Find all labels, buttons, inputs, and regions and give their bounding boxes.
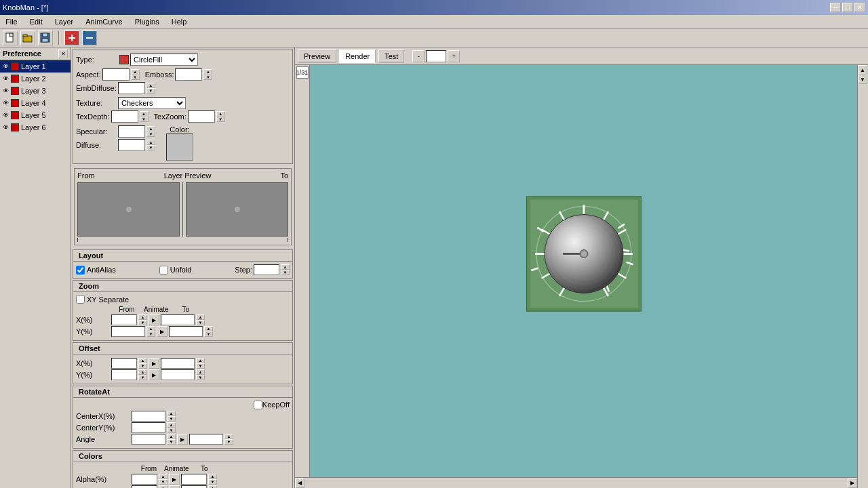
frame-value-input[interactable]: 1/1 bbox=[426, 50, 446, 62]
offset-y-from-up[interactable]: ▲ bbox=[138, 369, 147, 375]
scrollbar-right-btn[interactable]: ▶ bbox=[848, 479, 857, 488]
centerx-up[interactable]: ▲ bbox=[167, 411, 176, 416]
angle-to-up[interactable]: ▲ bbox=[224, 434, 233, 439]
tab-render[interactable]: Render bbox=[339, 49, 376, 63]
save-button[interactable] bbox=[38, 30, 53, 45]
texzoom-spin-up[interactable]: ▲ bbox=[216, 111, 225, 117]
offset-y-anim-down[interactable]: ▼ bbox=[196, 375, 205, 380]
angle-from-input[interactable]: 0.00 bbox=[132, 434, 165, 445]
zoom-y-to[interactable]: 100.00 bbox=[169, 326, 203, 337]
alpha-to-up[interactable]: ▲ bbox=[208, 474, 217, 479]
step-spin-down[interactable]: ▼ bbox=[281, 270, 290, 275]
antialias-checkbox[interactable] bbox=[76, 266, 85, 274]
layer-item-5[interactable]: 👁 Layer 5 bbox=[0, 109, 71, 121]
embdiffuse-spin-down[interactable]: ▼ bbox=[146, 88, 155, 94]
alpha-to[interactable]: 100 bbox=[181, 474, 207, 485]
brightness-from-up[interactable]: ▲ bbox=[159, 485, 167, 488]
step-input[interactable]: 0 bbox=[254, 264, 279, 275]
offset-x-from[interactable]: -27 bbox=[111, 358, 137, 369]
angle-up[interactable]: ▲ bbox=[167, 434, 176, 439]
zoom-y-to-down[interactable]: ▼ bbox=[204, 331, 213, 337]
alpha-from-down[interactable]: ▼ bbox=[159, 479, 167, 485]
layer-item-3[interactable]: 👁 Layer 3 bbox=[0, 85, 71, 97]
canvas-scrollbar-horizontal[interactable]: ◀ ▶ bbox=[295, 477, 857, 488]
menu-edit[interactable]: Edit bbox=[27, 16, 45, 27]
diffuse-spin-up[interactable]: ▲ bbox=[146, 140, 155, 145]
angle-animate-btn[interactable]: ▶ bbox=[177, 434, 188, 445]
embdiffuse-spin-up[interactable]: ▲ bbox=[146, 83, 155, 88]
angle-down[interactable]: ▼ bbox=[167, 439, 176, 445]
left-panel-close[interactable]: ✕ bbox=[58, 49, 68, 58]
offset-x-from-up[interactable]: ▲ bbox=[138, 358, 147, 363]
scrollbar-up-btn[interactable]: ▲ bbox=[858, 65, 867, 75]
brightness-to-up[interactable]: ▲ bbox=[208, 485, 217, 488]
menu-layer[interactable]: Layer bbox=[52, 16, 77, 27]
offset-y-animate-btn[interactable]: ▶ bbox=[149, 369, 159, 380]
texdepth-input[interactable]: 0 bbox=[111, 110, 138, 123]
texture-select[interactable]: Checkers bbox=[118, 97, 186, 109]
alpha-from[interactable]: 100 bbox=[132, 474, 157, 485]
texdepth-spin-up[interactable]: ▲ bbox=[140, 111, 149, 117]
zoom-y-from-down[interactable]: ▼ bbox=[146, 331, 155, 337]
color-swatch[interactable] bbox=[166, 134, 193, 161]
step-spin-up[interactable]: ▲ bbox=[281, 264, 290, 270]
alpha-to-down[interactable]: ▼ bbox=[208, 479, 217, 485]
brightness-from[interactable]: 0 bbox=[132, 485, 157, 488]
offset-x-anim-down[interactable]: ▼ bbox=[196, 363, 205, 369]
centery-input[interactable]: 0.00 bbox=[132, 422, 165, 433]
diffuse-input[interactable]: 0 bbox=[118, 139, 145, 151]
layer-item-1[interactable]: 👁 Layer 1 bbox=[0, 60, 71, 73]
offset-y-from-down[interactable]: ▼ bbox=[138, 375, 147, 380]
add-frame-button[interactable] bbox=[64, 30, 79, 45]
specular-spin-up[interactable]: ▲ bbox=[146, 126, 155, 131]
offset-y-anim[interactable]: 0.00 bbox=[161, 369, 195, 380]
zoom-x-to-up[interactable]: ▲ bbox=[196, 314, 205, 320]
brightness-animate-btn[interactable]: ▶ bbox=[169, 485, 180, 488]
layer-item-2[interactable]: 👁 Layer 2 bbox=[0, 73, 71, 85]
layer-item-4[interactable]: 👁 Layer 4 bbox=[0, 97, 71, 109]
menu-file[interactable]: File bbox=[3, 16, 20, 27]
offset-x-anim[interactable]: 0.00 bbox=[161, 358, 195, 369]
layer-item-6[interactable]: 👁 Layer 6 bbox=[0, 121, 71, 134]
aspect-spin-up[interactable]: ▲ bbox=[131, 69, 140, 75]
scrollbar-left-btn[interactable]: ◀ bbox=[295, 479, 304, 488]
new-button[interactable] bbox=[3, 30, 18, 45]
offset-x-anim-up[interactable]: ▲ bbox=[196, 358, 205, 363]
zoom-x-to[interactable]: 100.00 bbox=[161, 314, 195, 325]
minimize-button[interactable]: — bbox=[830, 3, 841, 12]
type-select[interactable]: CircleFill bbox=[130, 54, 198, 66]
offset-x-from-down[interactable]: ▼ bbox=[138, 363, 147, 369]
zoom-y-from[interactable]: 100.00 bbox=[111, 326, 145, 337]
zoom-y-animate-btn[interactable]: ▶ bbox=[157, 326, 167, 337]
aspect-spin-down[interactable]: ▼ bbox=[131, 75, 140, 80]
specular-input[interactable]: 0 bbox=[118, 125, 145, 138]
zoom-x-from-up[interactable]: ▲ bbox=[138, 314, 147, 320]
alpha-from-up[interactable]: ▲ bbox=[159, 474, 167, 479]
centerx-input[interactable]: 0.00 bbox=[132, 411, 165, 422]
zoom-x-animate-btn[interactable]: ▶ bbox=[149, 314, 159, 325]
maximize-button[interactable]: □ bbox=[842, 3, 853, 12]
frame-next-btn[interactable]: + bbox=[448, 50, 460, 62]
offset-x-animate-btn[interactable]: ▶ bbox=[149, 358, 159, 369]
tab-preview[interactable]: Preview bbox=[298, 49, 336, 63]
emboss-input[interactable]: -36 bbox=[175, 68, 202, 81]
close-button[interactable]: ✕ bbox=[854, 3, 865, 12]
tab-test[interactable]: Test bbox=[378, 49, 404, 63]
offset-y-from[interactable]: 0.00 bbox=[111, 369, 137, 380]
menu-plugins[interactable]: Plugins bbox=[132, 16, 162, 27]
alpha-animate-btn[interactable]: ▶ bbox=[169, 474, 180, 485]
centerx-down[interactable]: ▼ bbox=[167, 416, 176, 422]
emboss-spin-up[interactable]: ▲ bbox=[203, 69, 212, 75]
menu-help[interactable]: Help bbox=[169, 16, 190, 27]
canvas-scrollbar-vertical[interactable]: ▲ ▼ bbox=[857, 65, 868, 488]
frame-prev-btn[interactable]: - bbox=[412, 50, 425, 62]
offset-y-anim-up[interactable]: ▲ bbox=[196, 369, 205, 375]
centery-up[interactable]: ▲ bbox=[167, 422, 176, 428]
unfold-checkbox[interactable] bbox=[159, 266, 168, 274]
emboss-spin-down[interactable]: ▼ bbox=[203, 75, 212, 80]
zoom-y-to-up[interactable]: ▲ bbox=[204, 326, 213, 331]
angle-to-down[interactable]: ▼ bbox=[224, 439, 233, 445]
keepoff-checkbox[interactable] bbox=[254, 401, 262, 409]
zoom-x-from-down[interactable]: ▼ bbox=[138, 320, 147, 325]
texzoom-input[interactable]: 100 bbox=[188, 110, 215, 123]
